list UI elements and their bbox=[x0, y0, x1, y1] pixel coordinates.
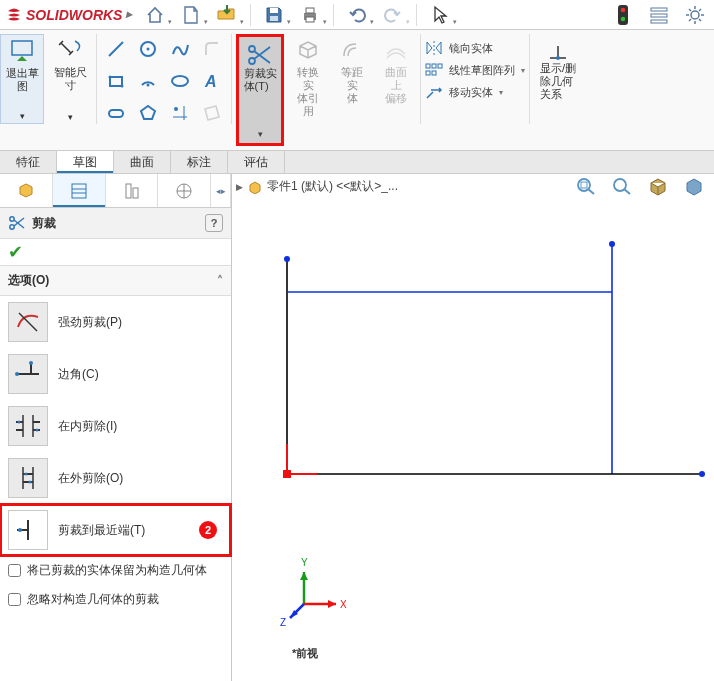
trim-entities-button[interactable]: 剪裁实 体(T) ▾ bbox=[236, 34, 284, 146]
dropdown-caret[interactable]: ▾ bbox=[68, 112, 73, 122]
option-power-trim[interactable]: 强劲剪裁(P) bbox=[0, 296, 231, 348]
svg-rect-44 bbox=[432, 71, 436, 75]
divider bbox=[420, 34, 421, 124]
panel-title: 剪裁 bbox=[32, 215, 56, 232]
svg-point-78 bbox=[29, 481, 32, 484]
svg-text:A: A bbox=[204, 73, 217, 90]
checkbox-input[interactable] bbox=[8, 593, 21, 606]
app-logo: SOLIDWORKS ▶ bbox=[6, 7, 132, 23]
sketch-canvas[interactable]: Y X Z bbox=[232, 174, 714, 674]
svg-point-6 bbox=[621, 7, 626, 12]
home-button[interactable]: ▾ bbox=[142, 2, 168, 28]
confirm-button[interactable]: ✔ bbox=[0, 239, 231, 266]
dropdown-caret[interactable]: ▾ bbox=[20, 111, 25, 121]
svg-rect-30 bbox=[109, 110, 123, 117]
option-trim-outside[interactable]: 在外剪除(O) bbox=[0, 452, 231, 504]
convert-entities-button[interactable]: 转换实 体引用 bbox=[288, 34, 328, 124]
exit-sketch-button[interactable]: 退出草 图 ▾ bbox=[0, 34, 44, 124]
polygon-tool[interactable] bbox=[133, 98, 163, 128]
divider bbox=[96, 34, 97, 124]
new-button[interactable]: ▾ bbox=[178, 2, 204, 28]
ignore-construction-checkbox[interactable]: 忽略对构造几何体的剪裁 bbox=[0, 585, 231, 614]
tab-features[interactable]: 特征 bbox=[0, 151, 57, 173]
entity-ops: 镜向实体 线性草图阵列▾ 移动实体▾ bbox=[425, 34, 525, 100]
rectangle-tool[interactable] bbox=[101, 66, 131, 96]
slot-tool[interactable] bbox=[101, 98, 131, 128]
circle-tool[interactable] bbox=[133, 34, 163, 64]
svg-rect-8 bbox=[651, 8, 667, 11]
open-button[interactable]: ▾ bbox=[214, 2, 240, 28]
svg-marker-98 bbox=[300, 572, 308, 580]
ds-logo-mark bbox=[6, 7, 22, 23]
svg-rect-41 bbox=[432, 64, 436, 68]
options-section-header[interactable]: 选项(O) ˄ bbox=[0, 266, 231, 296]
line-tool[interactable] bbox=[101, 34, 131, 64]
svg-point-93 bbox=[284, 256, 290, 262]
app-name: SOLIDWORKS bbox=[26, 7, 122, 23]
tab-annotations[interactable]: 标注 bbox=[171, 151, 228, 173]
smart-dimension-button[interactable]: 智能尺 寸 ▾ bbox=[48, 34, 92, 124]
ribbon: 退出草 图 ▾ 智能尺 寸 ▾ A 剪裁实 体(T) ▾ 转换实 体引用 等距实… bbox=[0, 30, 714, 150]
pattern-icon bbox=[425, 62, 443, 78]
move-entities-button[interactable]: 移动实体▾ bbox=[425, 84, 525, 100]
help-button[interactable]: ? bbox=[205, 214, 223, 232]
manager-tabs: ◂▸ bbox=[0, 174, 231, 208]
point-tool[interactable] bbox=[165, 98, 195, 128]
mirror-icon bbox=[425, 40, 443, 56]
more-tabs[interactable]: ◂▸ bbox=[211, 174, 231, 207]
corner-icon bbox=[8, 354, 48, 394]
print-button[interactable]: ▾ bbox=[297, 2, 323, 28]
svg-line-21 bbox=[109, 42, 123, 56]
svg-rect-4 bbox=[306, 17, 314, 22]
svg-point-94 bbox=[609, 241, 615, 247]
redo-button[interactable]: ▾ bbox=[380, 2, 406, 28]
offset-entities-button[interactable]: 等距实 体 bbox=[332, 34, 372, 124]
mirror-entities-button[interactable]: 镜向实体 bbox=[425, 40, 525, 56]
option-trim-nearest[interactable]: 剪裁到最近端(T) 2 bbox=[0, 504, 231, 556]
svg-point-25 bbox=[109, 76, 112, 79]
spline-tool[interactable] bbox=[165, 34, 195, 64]
svg-rect-42 bbox=[438, 64, 442, 68]
relations-icon bbox=[546, 42, 570, 62]
svg-rect-40 bbox=[426, 64, 430, 68]
svg-rect-10 bbox=[651, 20, 667, 23]
graphics-area[interactable]: ▶ 零件1 (默认) <<默认>_... bbox=[232, 174, 714, 681]
fillet-tool[interactable] bbox=[197, 34, 227, 64]
svg-rect-43 bbox=[426, 71, 430, 75]
display-relations-button[interactable]: 显示/删 除几何 关系 bbox=[534, 34, 582, 101]
option-corner[interactable]: 边角(C) bbox=[0, 348, 231, 400]
options-button[interactable] bbox=[646, 2, 672, 28]
plane-tool[interactable] bbox=[197, 98, 227, 128]
option-trim-inside[interactable]: 在内剪除(I) bbox=[0, 400, 231, 452]
offset-icon bbox=[340, 36, 364, 64]
tab-surfaces[interactable]: 曲面 bbox=[114, 151, 171, 173]
property-manager-tab[interactable] bbox=[53, 174, 106, 207]
undo-button[interactable]: ▾ bbox=[344, 2, 370, 28]
save-button[interactable]: ▾ bbox=[261, 2, 287, 28]
viewport-name: *前视 bbox=[292, 646, 318, 661]
config-manager-tab[interactable] bbox=[106, 174, 159, 207]
svg-point-7 bbox=[621, 16, 626, 21]
svg-rect-48 bbox=[72, 184, 86, 198]
app-menu-caret[interactable]: ▶ bbox=[126, 10, 132, 19]
rebuild-button[interactable] bbox=[610, 2, 636, 28]
settings-button[interactable] bbox=[682, 2, 708, 28]
ellipse-tool[interactable] bbox=[165, 66, 195, 96]
tab-sketch[interactable]: 草图 bbox=[57, 151, 114, 173]
checkbox-input[interactable] bbox=[8, 564, 21, 577]
dimxpert-tab[interactable] bbox=[158, 174, 211, 207]
arc-tool[interactable] bbox=[133, 66, 163, 96]
offset-surface-button[interactable]: 曲面上 偏移 bbox=[376, 34, 416, 124]
svg-point-26 bbox=[121, 85, 124, 88]
svg-point-71 bbox=[18, 421, 21, 424]
keep-as-construction-checkbox[interactable]: 将已剪裁的实体保留为构造几何体 bbox=[0, 556, 231, 585]
tab-evaluate[interactable]: 评估 bbox=[228, 151, 285, 173]
select-button[interactable]: ▾ bbox=[427, 2, 453, 28]
trim-icon bbox=[246, 43, 274, 67]
text-tool[interactable]: A bbox=[197, 66, 227, 96]
svg-rect-9 bbox=[651, 14, 667, 17]
callout-2: 2 bbox=[199, 521, 217, 539]
feature-tree-tab[interactable] bbox=[0, 174, 53, 207]
linear-pattern-button[interactable]: 线性草图阵列▾ bbox=[425, 62, 525, 78]
dropdown-caret[interactable]: ▾ bbox=[258, 129, 263, 139]
